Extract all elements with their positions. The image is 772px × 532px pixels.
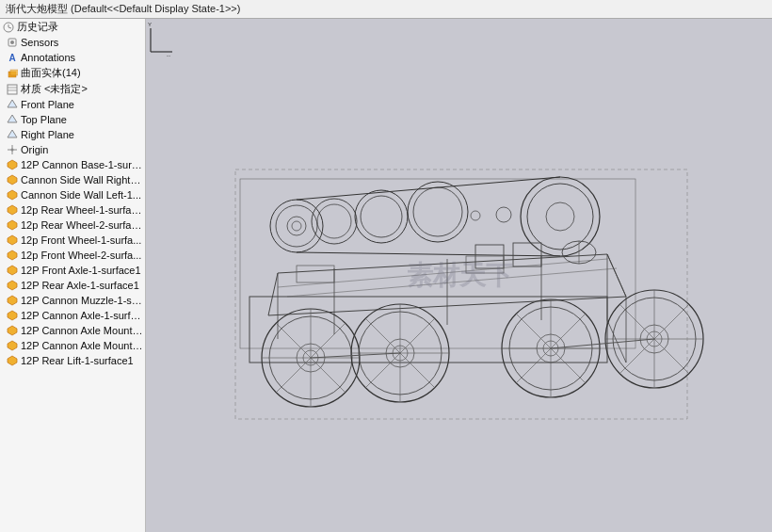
- part-icon: [6, 203, 19, 217]
- svg-text:X: X: [167, 55, 170, 56]
- sidebar-item-part7[interactable]: 12p Front Wheel-2-surfa...: [0, 248, 145, 263]
- part-icon: [6, 158, 19, 171]
- app-container: 渐代大炮模型 (Default<<Default Display State-1…: [0, 0, 772, 532]
- material-icon: [6, 83, 19, 96]
- svg-text:Y: Y: [148, 22, 152, 27]
- part-icon: [6, 234, 19, 247]
- sidebar-item-label: Right Plane: [21, 129, 143, 140]
- sidebar-item-label: 12P Rear Lift-1-surface1: [21, 355, 143, 366]
- sidebar-item-part2[interactable]: Cannon Side Wall Right-1...: [0, 172, 145, 187]
- annotation-icon: A: [6, 51, 19, 64]
- sidebar-item-label: 12p Front Wheel-2-surfa...: [21, 250, 143, 261]
- part-icon: [6, 188, 19, 202]
- plane-icon: [6, 128, 19, 141]
- part-icon: [6, 173, 19, 186]
- sidebar-item-label: Top Plane: [21, 114, 143, 125]
- sidebar-item-label: 曲面实体(14): [21, 66, 143, 80]
- main-area: 历史记录SensorsAAnnotations曲面实体(14)材质 <未指定>F…: [0, 19, 772, 532]
- svg-marker-27: [8, 326, 17, 335]
- svg-marker-19: [8, 205, 17, 215]
- svg-marker-12: [8, 130, 17, 137]
- sidebar-item-part9[interactable]: 12P Rear Axle-1-surface1: [0, 278, 145, 293]
- svg-marker-26: [8, 311, 17, 320]
- svg-marker-25: [8, 296, 17, 305]
- svg-marker-24: [8, 281, 17, 290]
- part-icon: [6, 218, 19, 232]
- svg-marker-29: [8, 356, 17, 365]
- sidebar-item-label: 12P Front Axle-1-surface1: [21, 265, 143, 276]
- part-icon: [6, 339, 19, 352]
- sidebar-item-label: 12P Cannon Axle Mount-...: [21, 325, 143, 336]
- svg-rect-6: [10, 70, 18, 75]
- sidebar-item-label: 12P Cannon Axle-1-surfa...: [21, 310, 143, 321]
- part-icon: [6, 354, 19, 367]
- title-bar: 渐代大炮模型 (Default<<Default Display State-1…: [0, 0, 772, 19]
- svg-marker-17: [8, 175, 17, 185]
- sidebar-item-label: Front Plane: [21, 99, 143, 110]
- svg-line-2: [8, 27, 11, 28]
- sidebar-item-part6[interactable]: 12p Front Wheel-1-surfa...: [0, 233, 145, 248]
- sidebar-item-annotations[interactable]: AAnnotations: [0, 50, 145, 65]
- title-text: 渐代大炮模型 (Default<<Default Display State-1…: [6, 3, 240, 14]
- part-icon: [6, 309, 19, 322]
- sidebar-item-part10[interactable]: 12P Cannon Muzzle-1-su...: [0, 293, 145, 308]
- sensor-icon: [6, 36, 19, 49]
- svg-marker-28: [8, 341, 17, 350]
- sidebar-item-label: 12P Rear Axle-1-surface1: [21, 280, 143, 291]
- sidebar-item-top-plane[interactable]: Top Plane: [0, 112, 145, 127]
- solid-icon: [6, 67, 19, 80]
- sidebar-item-part11[interactable]: 12P Cannon Axle-1-surfa...: [0, 308, 145, 323]
- sidebar-item-label: 12P Cannon Axle Mount-...: [21, 340, 143, 351]
- plane-icon: [6, 113, 19, 126]
- cannon-wireframe: [146, 19, 772, 518]
- sidebar-item-label: Sensors: [21, 37, 143, 48]
- viewport[interactable]: 素材天下 Y X: [146, 19, 772, 532]
- sidebar-item-label: 12p Front Wheel-1-surfa...: [21, 234, 143, 246]
- sidebar-item-label: 12p Rear Wheel-1-surface...: [21, 204, 143, 216]
- sidebar-item-label: Cannon Side Wall Left-1...: [21, 189, 143, 201]
- sidebar-item-label: 12p Rear Wheel-2-surface...: [21, 219, 143, 231]
- sidebar-item-origin[interactable]: Origin: [0, 142, 145, 157]
- clock-icon: [2, 21, 15, 34]
- sidebar-item-sensors[interactable]: Sensors: [0, 35, 145, 50]
- svg-rect-7: [8, 85, 17, 94]
- sidebar-item-material[interactable]: 材质 <未指定>: [0, 81, 145, 97]
- sidebar-item-part5[interactable]: 12p Rear Wheel-2-surface...: [0, 218, 145, 233]
- sidebar-item-part13[interactable]: 12P Cannon Axle Mount-...: [0, 338, 145, 353]
- sidebar-item-label: 12P Cannon Muzzle-1-su...: [21, 295, 143, 306]
- svg-marker-22: [8, 250, 17, 260]
- svg-marker-11: [8, 115, 17, 122]
- svg-marker-10: [8, 100, 17, 107]
- svg-marker-23: [8, 266, 17, 275]
- part-icon: [6, 279, 19, 292]
- svg-marker-21: [8, 235, 17, 245]
- sidebar-item-label: Annotations: [21, 52, 143, 63]
- sidebar-item-front-plane[interactable]: Front Plane: [0, 97, 145, 112]
- svg-point-15: [11, 149, 14, 152]
- sidebar-item-part8[interactable]: 12P Front Axle-1-surface1: [0, 263, 145, 278]
- svg-marker-16: [8, 160, 17, 169]
- sidebar-item-label: Cannon Side Wall Right-1...: [21, 174, 143, 185]
- sidebar-item-solid14[interactable]: 曲面实体(14): [0, 65, 145, 81]
- sidebar-item-right-plane[interactable]: Right Plane: [0, 127, 145, 142]
- sidebar-item-history[interactable]: 历史记录: [0, 19, 145, 35]
- sidebar[interactable]: 历史记录SensorsAAnnotations曲面实体(14)材质 <未指定>F…: [0, 19, 146, 532]
- origin-icon: [6, 143, 19, 156]
- sidebar-item-part12[interactable]: 12P Cannon Axle Mount-...: [0, 323, 145, 338]
- sidebar-item-label: 12P Cannon Base-1-surf...: [21, 159, 143, 170]
- sidebar-item-part14[interactable]: 12P Rear Lift-1-surface1: [0, 353, 145, 368]
- sidebar-item-label: Origin: [21, 144, 143, 155]
- sidebar-item-part1[interactable]: 12P Cannon Base-1-surf...: [0, 157, 145, 172]
- part-icon: [6, 294, 19, 307]
- part-icon: [6, 264, 19, 277]
- plane-icon: [6, 98, 19, 111]
- part-icon: [6, 324, 19, 337]
- sidebar-item-label: 历史记录: [17, 20, 143, 34]
- sidebar-item-part4[interactable]: 12p Rear Wheel-1-surface...: [0, 202, 145, 218]
- svg-marker-18: [8, 190, 17, 200]
- sidebar-item-part3[interactable]: Cannon Side Wall Left-1...: [0, 187, 145, 202]
- svg-point-4: [10, 40, 14, 44]
- svg-marker-20: [8, 220, 17, 230]
- sidebar-item-label: 材质 <未指定>: [21, 82, 143, 96]
- axis-indicator: Y X: [146, 19, 174, 56]
